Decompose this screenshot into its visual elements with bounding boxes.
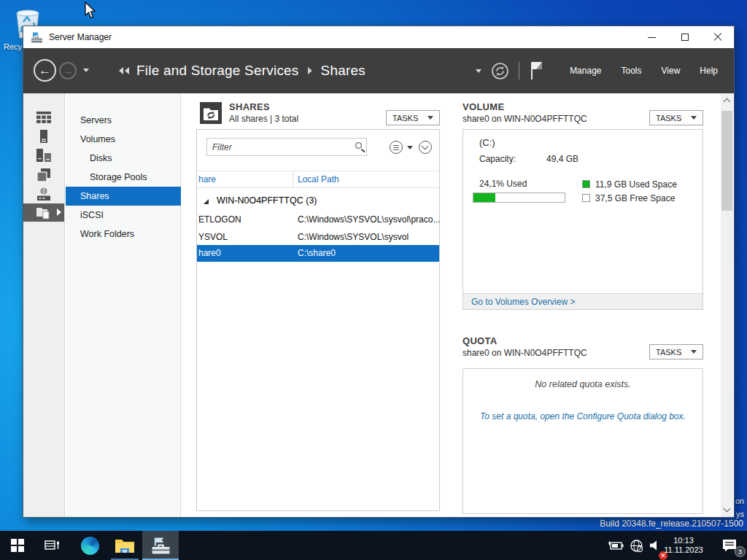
volume-drive-label: (C:) — [479, 137, 495, 148]
breadcrumb-dropdown-icon[interactable] — [476, 69, 481, 73]
used-space-bar-fill — [473, 193, 495, 202]
all-servers-icon[interactable] — [23, 147, 64, 164]
filter-box — [206, 138, 367, 156]
forward-button[interactable]: → — [59, 62, 77, 79]
file-and-storage-services-icon[interactable] — [23, 203, 64, 222]
group-expander-icon[interactable] — [204, 199, 209, 204]
shares-subheading: All shares | 3 total — [229, 114, 298, 124]
maximize-icon — [681, 34, 689, 41]
used-space-label: 11,9 GB Used Space — [595, 179, 677, 190]
free-space-swatch — [582, 194, 590, 202]
view-dropdown-icon[interactable] — [407, 146, 413, 149]
details-panel: VOLUME share0 on WIN-N0O4PFFTTQC TASKS (… — [452, 93, 722, 517]
task-view-button[interactable] — [35, 531, 70, 560]
server-manager-taskbar-button[interactable] — [142, 531, 179, 560]
start-button[interactable] — [0, 531, 35, 560]
breadcrumb-up-icon[interactable] — [119, 67, 129, 74]
notifications-flag-icon[interactable] — [529, 61, 543, 81]
quota-empty-text: No related quota exists. — [463, 379, 703, 389]
shares-panel: SHARES All shares | 3 total TASKS hare — [182, 93, 452, 517]
shares-list: hare Local Path WIN-N0O4PFFTTQC (3) ETLO… — [196, 129, 440, 511]
taskbar: ✕ 10:13 11.11.2023 3 — [0, 531, 747, 560]
edge-button[interactable] — [72, 531, 107, 560]
vertical-scrollbar[interactable] — [721, 93, 733, 517]
table-row[interactable]: ETLOGON C:\Windows\SYSVOL\sysvol\praco..… — [197, 211, 439, 229]
file-explorer-icon — [115, 537, 135, 553]
column-header-share[interactable]: hare — [198, 174, 216, 184]
collapse-panel-button[interactable] — [419, 141, 432, 154]
sidebar-item-storage-pools[interactable]: Storage Pools — [66, 168, 181, 187]
menu-tools[interactable]: Tools — [622, 66, 642, 76]
free-space-label: 37,5 GB Free Space — [595, 193, 675, 203]
used-percent-label: 24,1% Used — [479, 179, 527, 189]
list-view-icon — [393, 145, 399, 146]
server-manager-window: Server Manager ← → File and Storage Serv… — [23, 26, 735, 518]
column-divider — [293, 171, 293, 188]
edge-icon — [81, 537, 99, 555]
task-view-icon — [44, 539, 61, 552]
volume-heading: VOLUME — [462, 101, 504, 112]
mouse-cursor — [85, 1, 97, 20]
filter-input[interactable] — [206, 138, 367, 156]
sidebar-item-volumes[interactable]: Volumes — [66, 130, 181, 149]
menu-help[interactable]: Help — [700, 66, 718, 76]
quota-subheading: share0 on WIN-N0O4PFFTTQC — [462, 348, 587, 358]
breadcrumb-root[interactable]: File and Storage Services — [136, 63, 299, 79]
windows-logo-icon — [11, 539, 24, 552]
volume-subheading: share0 on WIN-N0O4PFFTTQC — [462, 114, 587, 124]
clock-time: 10:13 — [673, 536, 694, 546]
dns-icon[interactable] — [23, 185, 64, 203]
close-button[interactable] — [701, 26, 734, 48]
scroll-up-icon[interactable] — [724, 98, 731, 106]
history-dropdown-icon[interactable] — [83, 69, 89, 72]
network-tray-button[interactable] — [626, 531, 646, 560]
minimize-icon — [648, 37, 656, 38]
capacity-value: 49,4 GB — [546, 154, 578, 164]
desktop-icon-label-fragment: ys — [736, 510, 744, 518]
column-header-local-path[interactable]: Local Path — [298, 174, 339, 184]
sidebar-item-iscsi[interactable]: iSCSI — [66, 206, 181, 225]
scrollbar-thumb[interactable] — [721, 111, 732, 211]
file-explorer-button[interactable] — [107, 531, 142, 560]
volume-tasks-button[interactable]: TASKS — [649, 110, 703, 125]
title-bar: Server Manager — [23, 26, 734, 48]
table-row-selected[interactable]: hare0 C:\share0 — [197, 245, 439, 262]
tasks-caret-icon — [691, 350, 697, 354]
sidebar-item-disks[interactable]: Disks — [66, 149, 181, 168]
capacity-label: Capacity: — [479, 154, 516, 164]
minimize-button[interactable] — [635, 26, 668, 48]
menu-manage[interactable]: Manage — [570, 66, 601, 76]
volume-box: (C:) Capacity: 49,4 GB 24,1% Used 11,9 G… — [462, 129, 703, 310]
server-manager-icon — [151, 536, 171, 556]
sidebar-item-servers[interactable]: Servers — [66, 111, 181, 130]
back-button[interactable]: ← — [34, 59, 56, 82]
breadcrumb-current: Shares — [321, 63, 365, 79]
action-center-button[interactable]: 3 — [716, 531, 743, 560]
shares-heading: SHARES — [229, 101, 270, 112]
sidebar-item-work-folders[interactable]: Work Folders — [66, 225, 181, 244]
role-icon-strip — [23, 93, 65, 517]
recycle-bin-label: Recy — [4, 42, 22, 51]
local-server-icon[interactable] — [23, 128, 64, 145]
power-tray-button[interactable] — [605, 531, 626, 560]
dashboard-icon[interactable] — [23, 109, 64, 126]
quota-tasks-button[interactable]: TASKS — [649, 344, 703, 359]
refresh-icon[interactable] — [491, 62, 509, 80]
configure-quota-link[interactable]: To set a quota, open the Configure Quota… — [463, 411, 703, 421]
window-content: Servers Volumes Disks Storage Pools Shar… — [23, 93, 734, 517]
maximize-button[interactable] — [668, 26, 701, 48]
scroll-down-icon[interactable] — [724, 505, 731, 513]
server-group-row[interactable]: WIN-N0O4PFFTTQC (3) — [197, 192, 439, 211]
table-row[interactable]: YSVOL C:\Windows\SYSVOL\sysvol — [197, 229, 439, 245]
sidebar-nav: Servers Volumes Disks Storage Pools Shar… — [66, 93, 181, 517]
list-view-button[interactable] — [390, 141, 403, 154]
shares-panel-icon — [200, 102, 222, 124]
menu-view[interactable]: View — [662, 66, 681, 76]
sidebar-item-shares[interactable]: Shares — [66, 187, 181, 206]
notification-count-badge: 3 — [735, 546, 746, 557]
volumes-overview-link[interactable]: Go to Volumes Overview > — [471, 297, 575, 307]
ad-ds-icon[interactable] — [23, 166, 64, 184]
shares-tasks-button[interactable]: TASKS — [386, 110, 440, 125]
toolbar-divider — [519, 62, 519, 79]
clock-tray-button[interactable]: 10:13 11.11.2023 — [660, 531, 707, 560]
